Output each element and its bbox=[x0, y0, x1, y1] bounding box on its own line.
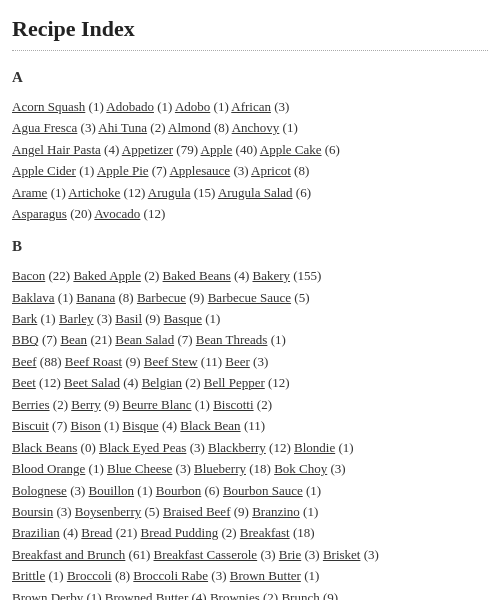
index-link[interactable]: Browned Butter bbox=[105, 590, 188, 600]
entry-count: (1) bbox=[154, 99, 172, 114]
index-link[interactable]: Brie bbox=[279, 547, 301, 562]
index-link[interactable]: Acorn Squash bbox=[12, 99, 85, 114]
index-link[interactable]: Angel Hair Pasta bbox=[12, 142, 101, 157]
index-link[interactable]: Blue Cheese bbox=[107, 461, 172, 476]
index-link[interactable]: Breakfast Casserole bbox=[154, 547, 258, 562]
section-letter: A bbox=[12, 65, 488, 90]
index-link[interactable]: Appetizer bbox=[122, 142, 173, 157]
index-link[interactable]: Beef Roast bbox=[65, 354, 122, 369]
index-link[interactable]: Barbecue Sauce bbox=[208, 290, 291, 305]
index-link[interactable]: Ahi Tuna bbox=[98, 120, 147, 135]
index-link[interactable]: Adobado bbox=[106, 99, 154, 114]
index-link[interactable]: Blueberry bbox=[194, 461, 246, 476]
index-link[interactable]: Blackberry bbox=[208, 440, 266, 455]
index-link[interactable]: Bean Salad bbox=[115, 332, 174, 347]
index-link[interactable]: Brunch bbox=[281, 590, 319, 600]
index-link[interactable]: Blood Orange bbox=[12, 461, 85, 476]
entry-count: (1) bbox=[300, 504, 318, 519]
index-link[interactable]: Brazilian bbox=[12, 525, 60, 540]
index-link[interactable]: Basque bbox=[164, 311, 202, 326]
index-link[interactable]: Brown Butter bbox=[230, 568, 301, 583]
index-link[interactable]: Apple Cake bbox=[260, 142, 322, 157]
index-link[interactable]: Bouillon bbox=[89, 483, 135, 498]
index-link[interactable]: Agua Fresca bbox=[12, 120, 77, 135]
index-link[interactable]: Avocado bbox=[94, 206, 140, 221]
index-link[interactable]: Boysenberry bbox=[75, 504, 141, 519]
index-link[interactable]: Biscuit bbox=[12, 418, 49, 433]
index-link[interactable]: Apple Cider bbox=[12, 163, 76, 178]
index-link[interactable]: Brownies bbox=[210, 590, 260, 600]
index-link[interactable]: Almond bbox=[168, 120, 211, 135]
index-link[interactable]: Apple bbox=[201, 142, 233, 157]
index-link[interactable]: Barley bbox=[59, 311, 94, 326]
index-link[interactable]: Beer bbox=[225, 354, 250, 369]
entry-count: (4) bbox=[231, 268, 249, 283]
index-link[interactable]: Broccoli Rabe bbox=[133, 568, 208, 583]
index-link[interactable]: Asparagus bbox=[12, 206, 67, 221]
entry-count: (155) bbox=[290, 268, 321, 283]
index-link[interactable]: Bean Threads bbox=[196, 332, 268, 347]
index-link[interactable]: Arugula bbox=[148, 185, 191, 200]
index-link[interactable]: Bolognese bbox=[12, 483, 67, 498]
index-link[interactable]: Bok Choy bbox=[274, 461, 327, 476]
index-link[interactable]: Blondie bbox=[294, 440, 335, 455]
index-link[interactable]: African bbox=[231, 99, 271, 114]
index-link[interactable]: Adobo bbox=[175, 99, 210, 114]
index-link[interactable]: Bacon bbox=[12, 268, 45, 283]
index-link[interactable]: Anchovy bbox=[232, 120, 280, 135]
index-link[interactable]: Bison bbox=[71, 418, 101, 433]
index-link[interactable]: Baklava bbox=[12, 290, 55, 305]
index-link[interactable]: Berries bbox=[12, 397, 50, 412]
index-link[interactable]: Arame bbox=[12, 185, 47, 200]
entry-count: (3) bbox=[53, 504, 71, 519]
index-link[interactable]: Brittle bbox=[12, 568, 45, 583]
entry-count: (9) bbox=[230, 504, 248, 519]
entry-count: (1) bbox=[335, 440, 353, 455]
entry-count: (79) bbox=[173, 142, 198, 157]
index-link[interactable]: Breakfast and Brunch bbox=[12, 547, 125, 562]
index-link[interactable]: Baked Beans bbox=[163, 268, 231, 283]
index-link[interactable]: Belgian bbox=[142, 375, 182, 390]
index-link[interactable]: Berry bbox=[71, 397, 101, 412]
index-link[interactable]: Bell Pepper bbox=[204, 375, 265, 390]
index-link[interactable]: BBQ bbox=[12, 332, 39, 347]
index-link[interactable]: Braised Beef bbox=[163, 504, 231, 519]
index-link[interactable]: Bread Pudding bbox=[141, 525, 219, 540]
index-link[interactable]: Broccoli bbox=[67, 568, 112, 583]
index-link[interactable]: Bread bbox=[81, 525, 112, 540]
entry-count: (5) bbox=[141, 504, 159, 519]
entry-count: (6) bbox=[201, 483, 219, 498]
index-link[interactable]: Beef bbox=[12, 354, 37, 369]
index-link[interactable]: Baked Apple bbox=[73, 268, 141, 283]
index-link[interactable]: Beet bbox=[12, 375, 36, 390]
index-link[interactable]: Applesauce bbox=[169, 163, 230, 178]
index-link[interactable]: Bourbon bbox=[156, 483, 202, 498]
index-link[interactable]: Bark bbox=[12, 311, 37, 326]
index-link[interactable]: Apple Pie bbox=[97, 163, 149, 178]
entry-count: (0) bbox=[77, 440, 95, 455]
index-link[interactable]: Barbecue bbox=[137, 290, 186, 305]
index-link[interactable]: Banana bbox=[76, 290, 115, 305]
index-link[interactable]: Bean bbox=[60, 332, 87, 347]
index-link[interactable]: Arugula Salad bbox=[218, 185, 293, 200]
index-link[interactable]: Branzino bbox=[252, 504, 300, 519]
index-link[interactable]: Bakery bbox=[252, 268, 290, 283]
section-letter: B bbox=[12, 234, 488, 259]
index-link[interactable]: Brown Derby bbox=[12, 590, 83, 600]
index-link[interactable]: Beef Stew bbox=[144, 354, 198, 369]
index-link[interactable]: Biscotti bbox=[213, 397, 253, 412]
index-link[interactable]: Brisket bbox=[323, 547, 361, 562]
index-link[interactable]: Breakfast bbox=[240, 525, 290, 540]
index-link[interactable]: Black Bean bbox=[180, 418, 240, 433]
index-link[interactable]: Bourbon Sauce bbox=[223, 483, 303, 498]
index-link[interactable]: Bisque bbox=[123, 418, 159, 433]
index-link[interactable]: Beurre Blanc bbox=[123, 397, 192, 412]
entry-count: (3) bbox=[172, 461, 190, 476]
index-link[interactable]: Artichoke bbox=[68, 185, 120, 200]
index-link[interactable]: Apricot bbox=[251, 163, 291, 178]
index-link[interactable]: Black Eyed Peas bbox=[99, 440, 186, 455]
index-link[interactable]: Beet Salad bbox=[64, 375, 120, 390]
index-link[interactable]: Black Beans bbox=[12, 440, 77, 455]
index-link[interactable]: Boursin bbox=[12, 504, 53, 519]
index-link[interactable]: Basil bbox=[115, 311, 142, 326]
